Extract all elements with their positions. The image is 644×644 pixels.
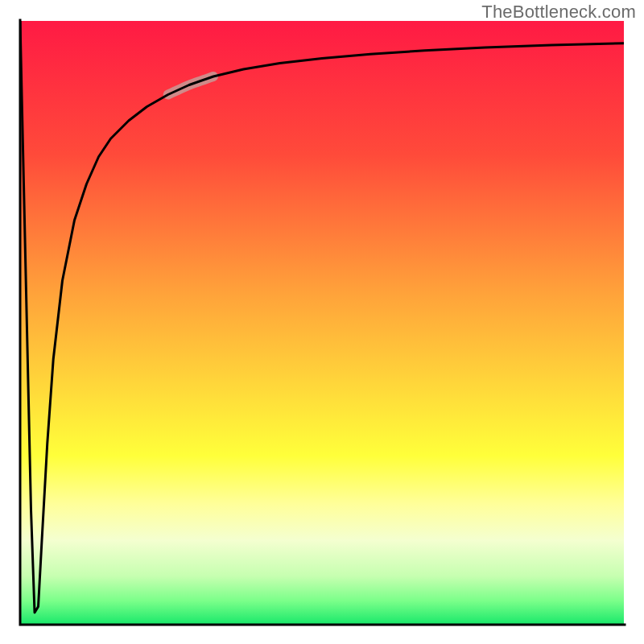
bottleneck-chart [0,0,644,644]
plot-background [20,21,624,625]
watermark-text: TheBottleneck.com [481,2,636,23]
chart-frame: TheBottleneck.com [0,0,644,644]
